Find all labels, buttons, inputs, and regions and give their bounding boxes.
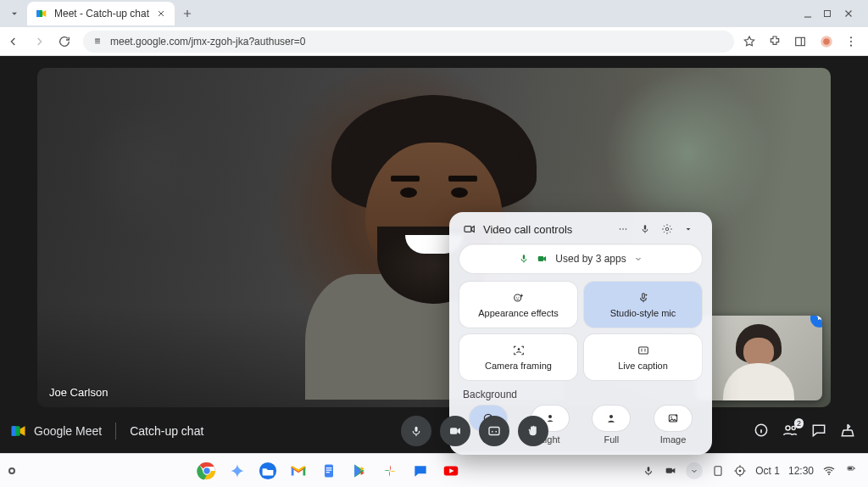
svg-rect-44 [648, 467, 650, 471]
live-caption-label: Live caption [618, 361, 668, 371]
chromeos-shelf: Oct 1 12:30 [0, 453, 868, 487]
studio-mic-card[interactable]: Studio-style mic [584, 282, 702, 327]
docs-app-icon[interactable] [319, 461, 339, 481]
studio-mic-label: Studio-style mic [610, 308, 676, 318]
site-settings-icon[interactable] [92, 36, 103, 48]
tray-camera-icon[interactable] [664, 464, 677, 478]
svg-point-7 [850, 40, 852, 42]
wifi-icon[interactable] [822, 464, 836, 478]
tab-close-icon[interactable] [156, 8, 166, 19]
self-view-effects-badge-icon[interactable] [810, 316, 822, 327]
side-panel-icon[interactable] [793, 35, 810, 48]
svg-point-19 [518, 297, 519, 298]
svg-rect-9 [465, 227, 471, 232]
svg-rect-20 [642, 294, 644, 299]
messages-app-icon[interactable] [410, 461, 431, 481]
youtube-app-icon[interactable] [441, 461, 461, 481]
panel-title: Video call controls [483, 223, 572, 236]
live-caption-card[interactable]: Live caption [584, 334, 702, 380]
tray-locate-icon[interactable] [733, 464, 747, 478]
camera-green-icon [537, 253, 548, 265]
svg-point-5 [823, 38, 830, 45]
nav-back-button[interactable] [7, 35, 24, 48]
play-store int-app-icon[interactable] [349, 461, 370, 481]
panel-settings-icon[interactable] [661, 223, 676, 235]
bookmark-star-icon[interactable] [743, 35, 760, 48]
meeting-details-icon[interactable] [753, 422, 771, 440]
svg-rect-52 [854, 467, 855, 469]
chrome-app-icon[interactable] [197, 461, 217, 481]
panel-mic-icon[interactable] [639, 223, 654, 235]
apps-usage-pill[interactable]: Used by 3 apps [459, 244, 702, 273]
window-minimize-button[interactable] [802, 8, 822, 20]
battery-icon[interactable] [844, 466, 860, 476]
svg-point-14 [665, 227, 669, 231]
chat-panel-icon[interactable] [810, 422, 829, 440]
gemini-app-icon[interactable] [227, 461, 248, 481]
appearance-effects-label: Appearance effects [478, 308, 559, 318]
svg-point-8 [850, 44, 852, 46]
browser-tab-active[interactable]: Meet - Catch-up chat [27, 2, 175, 25]
panel-more-icon[interactable] [617, 223, 632, 235]
tab-search-dropdown[interactable] [5, 4, 24, 23]
camera-toggle-button[interactable] [440, 416, 470, 446]
new-tab-button[interactable] [181, 8, 193, 20]
svg-rect-29 [12, 426, 16, 436]
svg-rect-3 [796, 37, 805, 45]
mic-green-icon [518, 253, 530, 265]
studio-mic-icon [637, 291, 650, 305]
chrome-menu-icon[interactable] [844, 35, 861, 48]
meet-bottom-bar: Google Meet Catch-up chat 2 [0, 412, 868, 453]
svg-point-18 [515, 297, 516, 298]
captions-button[interactable] [479, 416, 509, 446]
nav-reload-button[interactable] [58, 35, 75, 48]
launcher-button[interactable] [8, 467, 15, 474]
activities-icon[interactable] [839, 422, 858, 440]
svg-rect-13 [644, 225, 646, 229]
raise-hand-button[interactable] [518, 416, 548, 446]
camera-framing-card[interactable]: Camera framing [459, 334, 577, 380]
participant-name-label: Joe Carlson [49, 386, 108, 399]
meet-brand-label: Google Meet [34, 424, 102, 438]
svg-point-49 [828, 473, 830, 475]
url-text: meet.google.com/jmx-zgoh-jka?authuser=0 [110, 36, 305, 48]
tray-mic-icon[interactable] [642, 464, 655, 478]
profile-avatar-icon[interactable] [819, 34, 836, 49]
svg-rect-1 [36, 10, 40, 17]
address-bar[interactable]: meet.google.com/jmx-zgoh-jka?authuser=0 [83, 31, 734, 53]
nav-forward-button[interactable] [32, 35, 49, 48]
meet-call-area: Joe Carlson Video call controls [0, 56, 868, 453]
svg-point-21 [517, 348, 520, 350]
tab-title: Meet - Catch-up chat [54, 8, 149, 20]
meeting-title: Catch-up chat [130, 424, 203, 438]
svg-point-12 [626, 228, 627, 230]
files-app-icon[interactable] [258, 461, 278, 481]
svg-rect-16 [538, 256, 543, 261]
camera-framing-icon [512, 344, 526, 357]
svg-rect-51 [849, 467, 853, 469]
background-section-label: Background [463, 389, 698, 400]
meet-logo: Google Meet [10, 423, 102, 439]
people-panel-icon[interactable]: 2 [782, 422, 800, 440]
panel-collapse-icon[interactable] [683, 224, 698, 234]
extensions-icon[interactable] [768, 35, 785, 48]
gmail-app-icon[interactable] [288, 461, 309, 481]
window-close-button[interactable] [843, 8, 863, 20]
svg-point-11 [622, 228, 624, 230]
apps-usage-label: Used by 3 apps [555, 253, 626, 265]
svg-rect-46 [715, 466, 721, 475]
meet-favicon-icon [36, 8, 47, 20]
mic-toggle-button[interactable] [401, 416, 431, 446]
svg-rect-42 [325, 464, 333, 477]
photos-app-icon[interactable] [380, 461, 400, 481]
svg-point-17 [514, 294, 520, 301]
tray-expand-icon[interactable] [686, 462, 703, 479]
window-maximize-button[interactable] [822, 8, 843, 19]
self-view-tile[interactable] [695, 316, 822, 400]
browser-toolbar: meet.google.com/jmx-zgoh-jka?authuser=0 [0, 27, 868, 56]
tray-cast-icon[interactable] [711, 464, 725, 478]
appearance-effects-card[interactable]: Appearance effects [459, 282, 577, 327]
browser-tab-strip: Meet - Catch-up chat [0, 0, 868, 27]
status-tray[interactable]: Oct 1 12:30 [642, 462, 860, 479]
svg-rect-45 [666, 467, 672, 473]
